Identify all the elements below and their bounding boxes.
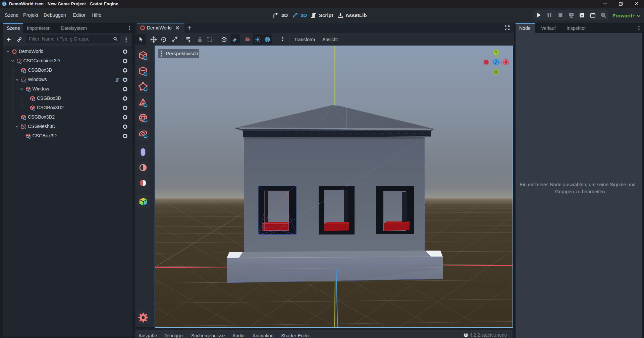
svg-text:X: X (504, 60, 507, 65)
svg-text:Perspektivisch: Perspektivisch (166, 51, 198, 56)
svg-text:Z: Z (495, 60, 497, 65)
svg-text:Y: Y (495, 50, 497, 55)
